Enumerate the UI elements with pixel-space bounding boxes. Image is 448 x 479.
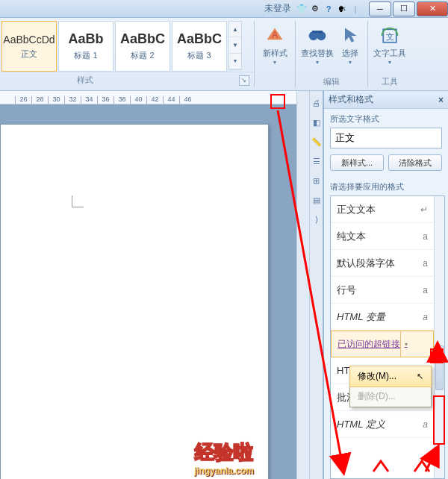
- separator-icon: |: [349, 3, 361, 15]
- style-item-label: HTML 定义: [337, 418, 385, 431]
- style-item-label: 已访问的超链接: [337, 338, 400, 351]
- new-style-group: A 新样式 ▾: [255, 18, 295, 90]
- zoom-icon[interactable]: ⊞: [311, 176, 322, 187]
- ctx-modify[interactable]: 修改(M)...↖: [349, 366, 432, 387]
- style-tile-h2[interactable]: AaBbC 标题 2: [115, 21, 170, 72]
- style-context-menu: 修改(M)...↖ 删除(D)...: [349, 366, 432, 407]
- styles-group-footer: 样式 ↘: [0, 72, 254, 88]
- new-style-icon: A: [264, 25, 285, 46]
- style-item-label: 行号: [337, 284, 356, 297]
- ruler-mark: 36: [97, 96, 113, 104]
- style-preview: AaBbC: [177, 31, 222, 47]
- char-mark-icon: a: [423, 231, 428, 242]
- dropdown-icon: ▾: [273, 59, 276, 66]
- styles-gallery: AaBbCcDd 正文 AaBb 标题 1 AaBbC 标题 2 AaBbC 标…: [0, 18, 254, 72]
- minimize-button[interactable]: ─: [369, 1, 391, 16]
- pane-close-button[interactable]: ×: [438, 95, 444, 105]
- new-style-button[interactable]: A 新样式 ▾: [256, 19, 293, 72]
- ruler-mark: 46: [179, 96, 196, 104]
- char-mark-icon: a: [423, 419, 428, 430]
- pane-buttons: 新样式... 清除格式: [324, 148, 448, 177]
- list-item[interactable]: 纯文本a: [331, 223, 434, 250]
- list-item[interactable]: HTML 定义a: [331, 411, 434, 438]
- dropdown-icon: ▾: [388, 59, 391, 66]
- paragraph-mark-icon: ↵: [420, 204, 428, 215]
- scrollbar-thumb[interactable]: [435, 345, 444, 390]
- ruler-mark: 30: [48, 96, 64, 104]
- ribbon-label: 新样式: [263, 48, 287, 59]
- list-scrollbar[interactable]: [434, 196, 444, 478]
- vertical-scrollbar[interactable]: [296, 91, 309, 479]
- svg-text:A: A: [272, 30, 279, 40]
- scroll-up-icon[interactable]: ▲: [229, 22, 241, 37]
- tools-group: 文 文字工具 ▾ 工具: [368, 18, 411, 90]
- collapse-icon[interactable]: ⟩: [311, 215, 322, 225]
- ruler-mark: 32: [64, 96, 81, 104]
- list-item[interactable]: 行号a: [331, 277, 434, 304]
- expand-icon[interactable]: ▾: [229, 54, 241, 69]
- style-item-dropdown[interactable]: ▾: [400, 331, 411, 357]
- style-tile-h1[interactable]: AaBb 标题 1: [58, 21, 113, 72]
- margin-marker-icon: [72, 195, 84, 207]
- style-item-label: 默认段落字体: [337, 257, 395, 270]
- outline-icon[interactable]: ▤: [311, 195, 322, 206]
- skin-icon[interactable]: 👕: [296, 3, 308, 15]
- char-mark-icon: a: [423, 258, 428, 269]
- nav-icon[interactable]: ◧: [311, 118, 322, 128]
- ctx-label: 删除(D)...: [358, 390, 396, 403]
- feedback-icon[interactable]: 🗣: [336, 3, 348, 15]
- text-tools-button[interactable]: 文 文字工具 ▾: [371, 19, 408, 72]
- ruler-mark: 26: [15, 96, 31, 104]
- styles-pane: 样式和格式 × 所选文字格式 正文 新样式... 清除格式 请选择要应用的格式 …: [323, 91, 448, 479]
- style-name: 标题 3: [187, 50, 211, 61]
- group-label-tools: 工具: [382, 76, 398, 90]
- document-page[interactable]: [0, 124, 269, 479]
- char-mark-icon: a: [423, 312, 428, 322]
- login-status[interactable]: 未登录: [264, 2, 291, 15]
- style-tile-body[interactable]: AaBbCcDd 正文: [1, 21, 57, 72]
- text-tools-icon: 文: [379, 25, 400, 46]
- cursor-icon: [340, 25, 361, 46]
- list-item[interactable]: 默认段落字体a: [331, 250, 434, 277]
- select-button[interactable]: 选择 ▾: [336, 19, 364, 72]
- workspace: 26 28 30 32 34 36 38 40 42 44 46 🖨 ◧ 📏 ☰…: [0, 91, 448, 479]
- edit-group: 查找替换 ▾ 选择 ▾ 编辑: [296, 18, 367, 90]
- char-mark-icon: a: [423, 285, 428, 295]
- settings-icon[interactable]: ⚙: [309, 3, 321, 15]
- style-tile-h3[interactable]: AaBbC 标题 3: [172, 21, 227, 72]
- document-area: 26 28 30 32 34 36 38 40 42 44 46: [0, 91, 296, 479]
- dropdown-icon: ▾: [349, 59, 352, 66]
- cursor-icon: ↖: [417, 372, 423, 381]
- help-icon[interactable]: ?: [323, 3, 335, 15]
- style-preview: AaBbCcDd: [3, 34, 55, 46]
- style-item-label: 纯文本: [337, 230, 366, 243]
- window-titlebar: 未登录 👕 ⚙ ? 🗣 | ─ ☐ ✕: [0, 0, 448, 18]
- new-style-pane-button[interactable]: 新样式...: [330, 154, 384, 171]
- watermark: 经验啦 jingyanla.com: [194, 439, 254, 476]
- binoculars-icon: [307, 25, 328, 46]
- maximize-button[interactable]: ☐: [393, 1, 415, 16]
- bookmark-icon[interactable]: ☰: [311, 157, 322, 167]
- svg-rect-3: [312, 31, 323, 34]
- find-replace-button[interactable]: 查找替换 ▾: [299, 19, 336, 72]
- ruler-toggle-icon[interactable]: 📏: [311, 137, 322, 148]
- list-item[interactable]: HTML 变量a: [331, 304, 434, 331]
- scroll-down-icon[interactable]: ▼: [229, 37, 241, 53]
- title-tray-icons: 👕 ⚙ ? 🗣 |: [296, 3, 361, 15]
- horizontal-ruler[interactable]: 26 28 30 32 34 36 38 40 42 44 46: [0, 91, 296, 104]
- list-item[interactable]: 正文文本↵: [331, 196, 434, 223]
- gallery-more[interactable]: ▲ ▼ ▾: [228, 21, 242, 70]
- style-item-label: HTML 变量: [337, 310, 385, 324]
- current-style-box[interactable]: 正文: [330, 128, 442, 148]
- style-item-label: 正文文本: [337, 203, 376, 216]
- clear-format-button[interactable]: 清除格式: [388, 154, 442, 171]
- group-label-edit: 编辑: [323, 76, 340, 90]
- ruler-mark: 28: [31, 96, 48, 104]
- ruler-mark: 34: [81, 96, 97, 104]
- styles-launcher[interactable]: ↘: [239, 75, 249, 86]
- list-item-visited-hyperlink[interactable]: 已访问的超链接 ▾: [331, 331, 434, 357]
- style-name: 标题 2: [131, 50, 154, 61]
- close-button[interactable]: ✕: [417, 1, 448, 16]
- print-icon[interactable]: 🖨: [311, 98, 322, 109]
- pane-title: 样式和格式: [329, 93, 438, 106]
